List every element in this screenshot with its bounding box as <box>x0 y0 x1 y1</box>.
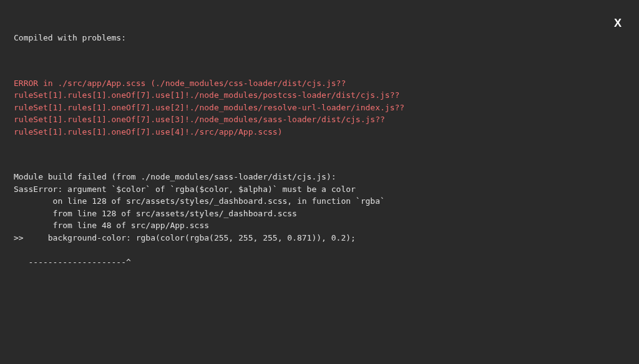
error-overlay: Compiled with problems: ERROR in ./src/a… <box>0 0 639 288</box>
close-button[interactable]: X <box>614 15 622 32</box>
error-header: ERROR in ./src/app/App.scss (./node_modu… <box>14 77 625 138</box>
module-error-body: Module build failed (from ./node_modules… <box>14 171 625 268</box>
overlay-title: Compiled with problems: <box>14 32 625 44</box>
